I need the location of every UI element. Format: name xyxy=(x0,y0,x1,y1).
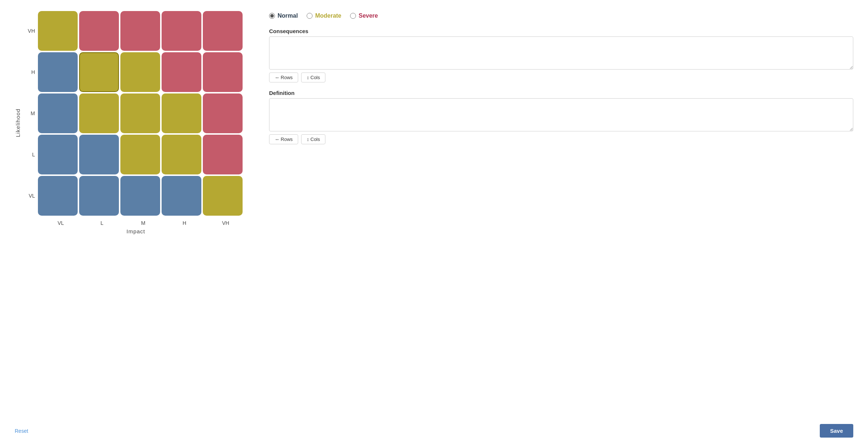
radio-option-normal[interactable]: Normal xyxy=(269,13,298,19)
radio-option-severe[interactable]: Severe xyxy=(350,13,378,19)
matrix-cell[interactable] xyxy=(162,52,201,92)
consequences-label: Consequences xyxy=(269,28,853,34)
matrix-cell[interactable] xyxy=(79,52,119,92)
matrix-cell[interactable] xyxy=(203,176,243,216)
col-label: L xyxy=(82,220,122,226)
matrix-cell[interactable] xyxy=(120,93,160,133)
col-label: H xyxy=(165,220,204,226)
y-axis-label: Likelihood xyxy=(15,109,21,137)
radio-normal[interactable] xyxy=(269,13,275,19)
radio-label-normal: Normal xyxy=(278,13,298,19)
matrix-cell[interactable] xyxy=(162,135,201,174)
matrix-row: VH xyxy=(25,11,247,51)
matrix-row: H xyxy=(25,52,247,92)
consequences-resize-group: ↔ Rows ↕ Cols xyxy=(269,73,853,82)
matrix-cell[interactable] xyxy=(203,135,243,174)
matrix-cell[interactable] xyxy=(79,135,119,174)
form-section: Normal Moderate Severe Consequences ↔ Ro… xyxy=(269,11,853,409)
matrix-cell[interactable] xyxy=(38,176,78,216)
matrix-cell[interactable] xyxy=(120,52,160,92)
definition-label: Definition xyxy=(269,90,853,96)
save-button[interactable]: Save xyxy=(820,424,853,438)
matrix-cell[interactable] xyxy=(162,93,201,133)
matrix-cell[interactable] xyxy=(38,11,78,51)
matrix-cell[interactable] xyxy=(203,52,243,92)
matrix-row: VL xyxy=(25,176,247,216)
matrix-grid: VHHMLVL xyxy=(25,11,247,217)
col-label: VL xyxy=(41,220,81,226)
matrix-cell[interactable] xyxy=(79,11,119,51)
x-axis-labels: VLLMHVH xyxy=(41,220,247,226)
reset-button[interactable]: Reset xyxy=(15,428,28,434)
matrix-cell[interactable] xyxy=(38,52,78,92)
matrix-cell[interactable] xyxy=(203,11,243,51)
col-label: VH xyxy=(206,220,246,226)
radio-label-severe: Severe xyxy=(359,13,378,19)
row-label: VH xyxy=(25,28,38,34)
consequences-textarea[interactable] xyxy=(269,36,853,70)
definition-rows-btn[interactable]: ↔ Rows xyxy=(269,134,298,144)
matrix-cell[interactable] xyxy=(120,135,160,174)
x-axis-label: Impact xyxy=(25,228,247,234)
definition-cols-btn[interactable]: ↕ Cols xyxy=(301,134,325,144)
matrix-cell[interactable] xyxy=(38,135,78,174)
matrix-cell[interactable] xyxy=(162,176,201,216)
risk-radio-group: Normal Moderate Severe xyxy=(269,13,853,19)
row-label: M xyxy=(25,110,38,116)
matrix-cell[interactable] xyxy=(120,176,160,216)
definition-textarea[interactable] xyxy=(269,98,853,131)
radio-label-moderate: Moderate xyxy=(315,13,341,19)
matrix-row: M xyxy=(25,93,247,133)
matrix-cell[interactable] xyxy=(203,93,243,133)
matrix-cell[interactable] xyxy=(120,11,160,51)
risk-matrix-section: Likelihood VHHMLVL VLLMHVH Impact xyxy=(15,11,247,409)
matrix-cell[interactable] xyxy=(79,93,119,133)
matrix-row: L xyxy=(25,135,247,174)
row-label: VL xyxy=(25,193,38,199)
matrix-cell[interactable] xyxy=(162,11,201,51)
footer: Reset Save xyxy=(0,420,868,442)
radio-severe[interactable] xyxy=(350,13,356,19)
consequences-cols-btn[interactable]: ↕ Cols xyxy=(301,73,325,82)
radio-moderate[interactable] xyxy=(307,13,313,19)
col-label: M xyxy=(123,220,163,226)
radio-option-moderate[interactable]: Moderate xyxy=(307,13,341,19)
row-label: H xyxy=(25,69,38,75)
consequences-rows-btn[interactable]: ↔ Rows xyxy=(269,73,298,82)
matrix-cell[interactable] xyxy=(38,93,78,133)
matrix-cell[interactable] xyxy=(79,176,119,216)
definition-resize-group: ↔ Rows ↕ Cols xyxy=(269,134,853,144)
row-label: L xyxy=(25,152,38,158)
